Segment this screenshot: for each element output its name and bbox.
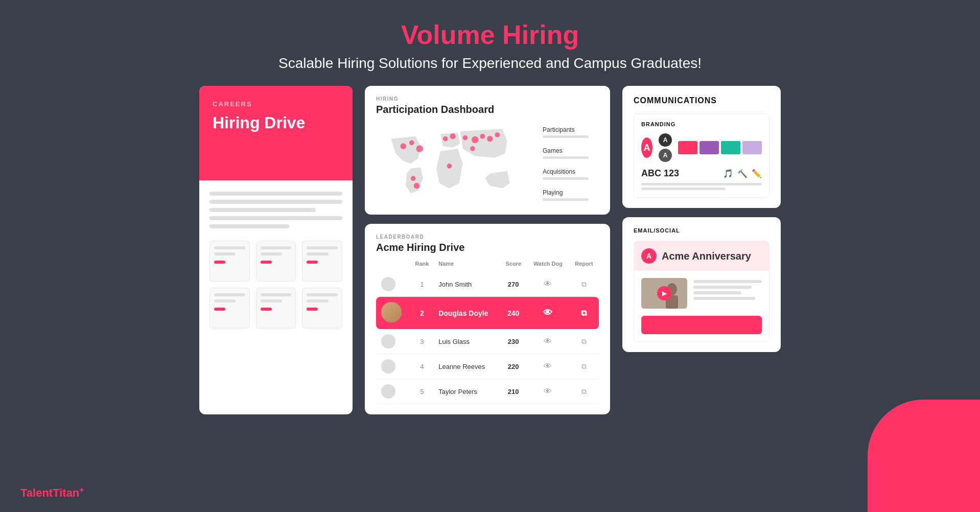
svg-point-8 <box>487 136 493 142</box>
text-line <box>209 216 342 220</box>
leaderboard-section-label: LEADERBOARD <box>376 234 599 240</box>
video-description-lines <box>693 278 762 300</box>
color-lavender <box>742 141 762 154</box>
svg-point-10 <box>470 146 475 151</box>
score-cell: 240 <box>500 297 527 330</box>
copy-icon[interactable]: ⧉ <box>581 337 587 345</box>
bottom-accent <box>868 400 980 512</box>
careers-card <box>302 241 342 282</box>
careers-card <box>302 288 342 329</box>
card-dot <box>214 261 225 264</box>
table-header-row: Rank Name Score Watch Dog Report <box>376 261 599 272</box>
brand-a-stack: A A <box>659 133 672 162</box>
play-button-overlay[interactable]: ▶ <box>657 286 671 300</box>
brand-small-a-light: A <box>659 149 672 162</box>
video-line <box>693 280 762 283</box>
participation-title: Participation Dashboard <box>376 104 599 115</box>
hammer-icon: 🔨 <box>737 169 748 178</box>
copy-icon-white[interactable]: ⧉ <box>581 309 587 317</box>
copy-icon[interactable]: ⧉ <box>581 387 587 395</box>
video-thumbnail[interactable]: ▶ <box>641 278 687 309</box>
careers-card <box>256 288 296 329</box>
copy-icon[interactable]: ⧉ <box>581 280 587 288</box>
th-rank-num: Rank <box>410 261 435 272</box>
play-button[interactable]: ▶ <box>657 286 671 300</box>
email-social-panel: EMAIL/SOCIAL A Acme Anniversary <box>622 217 781 352</box>
leaderboard-table: Rank Name Score Watch Dog Report 1 John … <box>376 261 599 404</box>
brand-logo-circle: A <box>641 137 652 158</box>
video-line <box>693 291 741 294</box>
main-content: CAREERS Hiring Drive <box>0 86 980 414</box>
svg-point-0 <box>400 143 406 149</box>
svg-point-3 <box>443 136 448 142</box>
rank-cell: 1 <box>410 272 435 297</box>
legend-label: Participants <box>543 126 599 133</box>
avatar-cell <box>376 329 410 354</box>
abc-icons: 🎵 🔨 ✏️ <box>723 169 762 178</box>
branding-row: A A A <box>641 133 762 162</box>
name-cell: Leanne Reeves <box>434 354 500 379</box>
card-line <box>214 299 236 302</box>
careers-header: CAREERS Hiring Drive <box>199 86 353 180</box>
email-cta-button[interactable] <box>641 316 762 334</box>
card-dot <box>214 308 225 311</box>
legend-item-participants: Participants <box>543 126 599 138</box>
abc-text: ABC 123 <box>641 168 679 179</box>
table-row: 2 Douglas Doyle 240 👁 ⧉ <box>376 297 599 330</box>
legend-label: Acquisitions <box>543 168 599 175</box>
report-cell: ⧉ <box>569 297 599 330</box>
card-line <box>261 293 292 296</box>
email-card-title: Acme Anniversary <box>662 250 751 262</box>
email-video-row: ▶ <box>634 271 769 316</box>
color-teal <box>721 141 740 154</box>
table-row: 3 Luis Glass 230 👁 ⧉ <box>376 329 599 354</box>
eye-icon[interactable]: 👁 <box>544 387 552 395</box>
middle-column: HIRING Participation Dashboard <box>365 86 610 414</box>
svg-point-13 <box>414 183 420 189</box>
eye-icon[interactable]: 👁 <box>544 337 552 345</box>
card-dot <box>307 308 318 311</box>
report-cell: ⧉ <box>569 272 599 297</box>
participation-panel: HIRING Participation Dashboard <box>365 86 610 215</box>
right-column: COMMUNICATIONS BRANDING A A A <box>622 86 781 414</box>
legend-items: Participants Games Acquisitions Playing <box>543 123 599 204</box>
watchdog-cell: 👁 <box>527 272 569 297</box>
table-row: 1 John Smith 270 👁 ⧉ <box>376 272 599 297</box>
svg-point-1 <box>409 140 414 145</box>
music-icon: 🎵 <box>723 169 733 178</box>
dashboard-content: Participants Games Acquisitions Playing <box>376 123 599 204</box>
card-line <box>261 252 282 255</box>
rank-cell: 3 <box>410 329 435 354</box>
avatar-cell <box>376 354 410 379</box>
eye-icon[interactable]: 👁 <box>544 280 552 288</box>
participation-section-label: HIRING <box>376 96 599 102</box>
th-watchdog: Watch Dog <box>527 261 569 272</box>
card-line <box>214 252 236 255</box>
color-pink <box>678 141 697 154</box>
eye-icon[interactable]: 👁 <box>544 362 552 370</box>
rank-cell: 2 <box>410 297 435 330</box>
watchdog-cell: 👁 <box>527 297 569 330</box>
card-line <box>307 293 338 296</box>
score-cell: 210 <box>500 379 527 404</box>
email-card: A Acme Anniversary ▶ <box>634 241 769 342</box>
card-line <box>307 246 338 249</box>
page-title: Volume Hiring <box>0 19 980 50</box>
email-card-header: A Acme Anniversary <box>634 241 769 271</box>
card-line <box>261 299 282 302</box>
video-line <box>693 286 752 289</box>
world-map <box>376 123 534 204</box>
eye-icon-white[interactable]: 👁 <box>543 308 552 318</box>
card-line <box>261 246 292 249</box>
svg-point-5 <box>463 135 468 141</box>
card-dot <box>261 261 272 264</box>
score-cell: 270 <box>500 272 527 297</box>
branding-label: BRANDING <box>641 121 762 127</box>
watchdog-cell: 👁 <box>527 329 569 354</box>
name-cell: Douglas Doyle <box>434 297 500 330</box>
text-line <box>209 192 342 196</box>
legend-bar <box>543 198 589 201</box>
legend-item-playing: Playing <box>543 189 599 201</box>
card-line <box>214 246 245 249</box>
copy-icon[interactable]: ⧉ <box>581 362 587 370</box>
